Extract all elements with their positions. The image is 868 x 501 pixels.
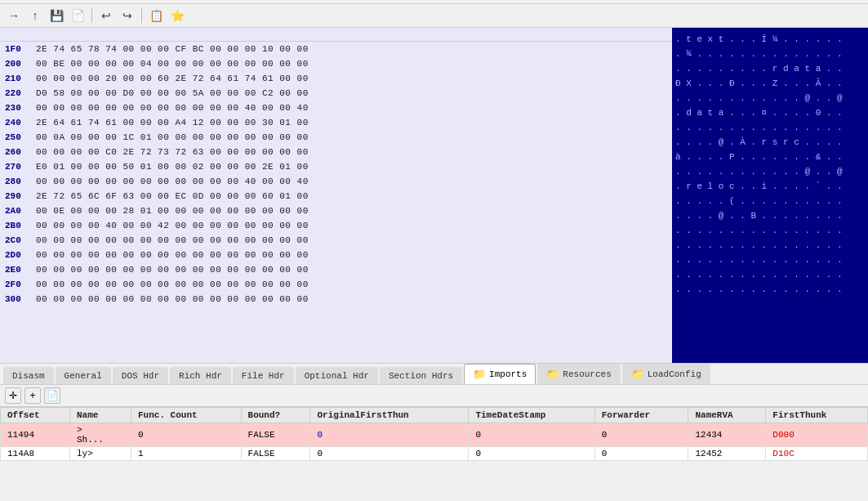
ascii-row: . t e x t . . . Ï ¼ . . . . . . (675, 32, 865, 47)
hex-addr: 2C0 (5, 235, 36, 245)
ascii-row: . . . . @ . À . r s r c . . . . (675, 135, 865, 150)
table-cell: 114A8 (1, 447, 70, 461)
hex-addr: 230 (5, 103, 36, 113)
ascii-row: . . . . @ . . B . . . . . . . . (675, 208, 865, 223)
hex-row: 21000 00 00 00 20 00 00 60 2E 72 64 61 7… (0, 71, 672, 86)
name-line1: > (77, 425, 82, 435)
hex-header (0, 28, 672, 42)
table-row[interactable]: 11494>Sh...0FALSE00012434D000 (1, 423, 868, 447)
ascii-row: à . . . . P . . . . . . . & . . (675, 150, 865, 164)
hex-row: 25000 0A 00 00 00 1C 01 00 00 00 00 00 0… (0, 130, 672, 145)
tab-section-hdrs[interactable]: Section Hdrs (380, 367, 462, 384)
tab-label: Section Hdrs (389, 371, 453, 381)
hex-data: 00 00 00 00 00 00 00 00 00 00 00 00 40 0… (36, 103, 667, 113)
loadconfig-icon: 📁 (631, 368, 644, 381)
hex-addr: 280 (5, 177, 36, 186)
ascii-row: . . . . . . . . . . . . . . . . (675, 282, 865, 297)
export-btn[interactable]: 📄 (44, 387, 60, 404)
ascii-row: . . . . . . . . . . . . @ . . @ (675, 164, 865, 179)
hex-row: 270E0 01 00 00 00 50 01 00 00 02 00 00 0… (0, 159, 672, 174)
main-content: 1F02E 74 65 78 74 00 00 00 CF BC 00 00 0… (0, 28, 868, 363)
hex-row: 220D0 58 00 00 00 D0 00 00 00 5A 00 00 0… (0, 86, 672, 101)
table-cell: 1 (131, 447, 242, 461)
hex-row: 30000 00 00 00 00 00 00 00 00 00 00 00 0… (0, 292, 672, 306)
hex-addr: 240 (5, 118, 36, 127)
bottom-toolbar: ✛ + 📄 (0, 385, 868, 407)
hex-addr: 300 (5, 294, 36, 304)
resources-icon: 📁 (546, 368, 559, 381)
hex-addr: 2D0 (5, 250, 36, 260)
toolbar: → ↑ 💾 📄 ↩ ↪ 📋 ⭐ (0, 4, 868, 28)
tab-general[interactable]: General (56, 367, 111, 384)
tab-label: File Hdr (242, 371, 285, 381)
ascii-row: . . . . . . . . . r d a t a . . (675, 61, 865, 76)
hex-data: 00 00 00 00 C0 2E 72 73 72 63 00 00 00 0… (36, 147, 667, 157)
tab-label: Disasm (12, 371, 45, 381)
col-header: NameRVA (688, 408, 766, 423)
hex-row: 20000 BE 00 00 00 00 04 00 00 00 00 00 0… (0, 56, 672, 71)
table-cell: ly> (69, 447, 131, 461)
imports-table: OffsetNameFunc. CountBound?OriginalFirst… (0, 407, 868, 461)
ascii-row: . . . . . . . . . . . . . . . . (675, 223, 865, 238)
hex-addr: 1F0 (5, 44, 36, 54)
hex-addr: 270 (5, 162, 36, 172)
ascii-body[interactable]: . t e x t . . . Ï ¼ . . . . . .. ¾ . . .… (672, 32, 868, 351)
table-cell: 12434 (688, 423, 766, 447)
hex-addr: 290 (5, 191, 36, 201)
table-cell: 0 (310, 447, 469, 461)
col-header: TimeDateStamp (469, 408, 594, 423)
hex-addr: 2A0 (5, 206, 36, 216)
bottom-panel: ✛ + 📄 OffsetNameFunc. CountBound?Origina… (0, 385, 868, 461)
tab-loadconfig[interactable]: 📁LoadConfig (622, 364, 710, 384)
tab-rich-hdr[interactable]: Rich Hdr (170, 367, 231, 384)
toolbar-btn-star[interactable]: ⭐ (168, 7, 186, 25)
hex-row: 2902E 72 65 6C 6F 63 00 00 EC 0D 00 00 0… (0, 189, 672, 204)
hex-body[interactable]: 1F02E 74 65 78 74 00 00 00 CF BC 00 00 0… (0, 42, 672, 351)
toolbar-btn-save[interactable]: 💾 (47, 7, 65, 25)
table-cell: 0 (131, 423, 242, 447)
table-row[interactable]: 114A8ly>1FALSE00012452D10C (1, 447, 868, 461)
tab-disasm[interactable]: Disasm (3, 367, 54, 384)
table-cell: >Sh... (69, 423, 131, 447)
tab-optional-hdr[interactable]: Optional Hdr (296, 367, 378, 384)
hex-data: 00 00 00 00 00 00 00 00 00 00 00 00 40 0… (36, 177, 667, 186)
hex-data: 2E 64 61 74 61 00 00 00 A4 12 00 00 00 3… (36, 118, 667, 127)
add-btn[interactable]: + (24, 387, 41, 404)
col-header: FirstThunk (766, 408, 868, 423)
hex-addr: 260 (5, 147, 36, 157)
toolbar-btn-redo[interactable]: ↪ (118, 7, 136, 25)
hex-row: 28000 00 00 00 00 00 00 00 00 00 00 00 4… (0, 174, 672, 189)
hex-row: 2A000 0E 00 00 00 28 01 00 00 00 00 00 0… (0, 204, 672, 218)
table-cell: 12452 (688, 447, 766, 461)
hex-data: 00 00 00 00 00 00 00 00 00 00 00 00 00 0… (36, 265, 667, 275)
ascii-row: . . . . . . . . . . . . . . . . (675, 238, 865, 253)
table-cell: D000 (766, 423, 868, 447)
toolbar-btn-doc[interactable]: 📄 (69, 7, 87, 25)
hex-addr: 210 (5, 74, 36, 83)
crosshair-btn[interactable]: ✛ (5, 387, 21, 404)
tab-imports[interactable]: 📁Imports (464, 364, 536, 384)
tab-label: Resources (563, 369, 611, 379)
imports-icon: 📁 (473, 368, 486, 381)
tab-file-hdr[interactable]: File Hdr (233, 367, 294, 384)
table-cell: D10C (766, 447, 868, 461)
toolbar-btn-forward[interactable]: → (5, 7, 23, 25)
table-cell: 0 (310, 423, 469, 447)
tab-dos-hdr[interactable]: DOS Hdr (113, 367, 168, 384)
hex-row: 2D000 00 00 00 00 00 00 00 00 00 00 00 0… (0, 248, 672, 262)
toolbar-btn-clipboard[interactable]: 📋 (147, 7, 165, 25)
hex-addr: 2F0 (5, 280, 36, 289)
tab-label: LoadConfig (648, 369, 701, 379)
hex-row: 2C000 00 00 00 00 00 00 00 00 00 00 00 0… (0, 233, 672, 248)
toolbar-btn-up[interactable]: ↑ (26, 7, 44, 25)
hex-data: 00 BE 00 00 00 00 04 00 00 00 00 00 00 0… (36, 59, 667, 69)
col-header: OriginalFirstThun (310, 408, 469, 423)
ascii-row: . . . . . . . . . . . . . . . . (675, 120, 865, 135)
ascii-panel: . t e x t . . . Ï ¼ . . . . . .. ¾ . . .… (672, 28, 868, 363)
tabs-bar: DisasmGeneralDOS HdrRich HdrFile HdrOpti… (0, 363, 868, 385)
toolbar-btn-undo[interactable]: ↩ (97, 7, 115, 25)
table-cell: FALSE (241, 447, 310, 461)
hex-data: 00 00 00 00 00 00 00 00 00 00 00 00 00 0… (36, 294, 667, 304)
table-cell: 0 (594, 423, 688, 447)
tab-resources[interactable]: 📁Resources (537, 364, 620, 384)
